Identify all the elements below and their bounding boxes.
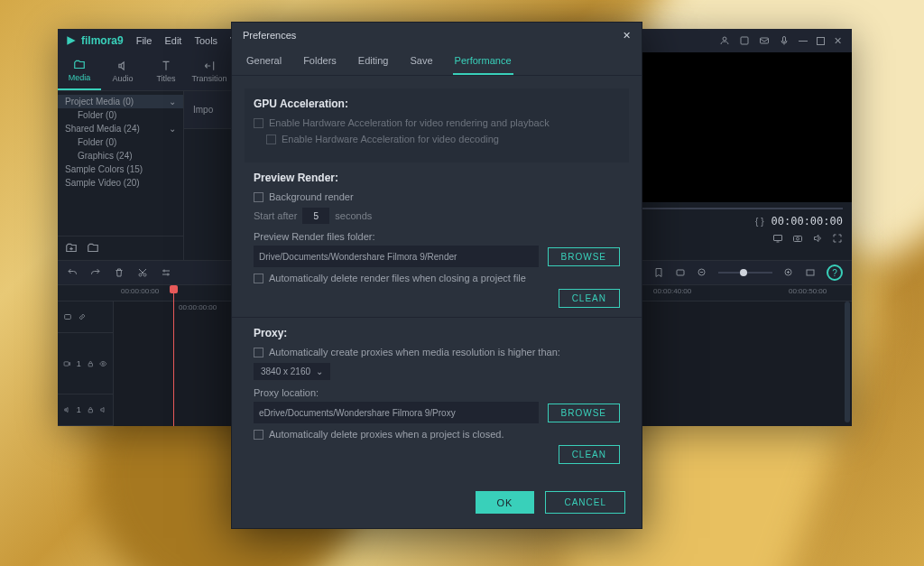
- mic-icon[interactable]: [779, 35, 790, 46]
- menu-file[interactable]: File: [136, 35, 152, 46]
- lock-icon[interactable]: [87, 405, 95, 414]
- proxy-location-input[interactable]: [254, 402, 539, 423]
- bg-render-label: Background render: [269, 191, 354, 202]
- svg-point-0: [723, 37, 726, 41]
- folder-icon[interactable]: [87, 242, 99, 255]
- close-icon[interactable]: ✕: [623, 30, 631, 42]
- tab-save[interactable]: Save: [408, 48, 434, 75]
- browse-proxy-button[interactable]: BROWSE: [548, 404, 620, 422]
- bg-render-row[interactable]: Background render: [254, 191, 620, 202]
- tree-project-media[interactable]: Project Media (0) ⌄: [58, 95, 183, 108]
- chevron-down-icon: ⌄: [169, 124, 176, 134]
- dialog-tabs: General Folders Editing Save Performance: [232, 48, 642, 76]
- tab-transition[interactable]: Transition: [188, 52, 231, 90]
- share-icon[interactable]: [739, 35, 750, 46]
- tab-transition-label: Transition: [191, 74, 226, 83]
- start-after-row: Start after seconds: [254, 208, 620, 224]
- help-button[interactable]: ?: [827, 264, 843, 281]
- gpu-decode-checkbox-row[interactable]: Enable Hardware Acceleration for video d…: [254, 134, 620, 144]
- auto-create-proxy-row[interactable]: Automatically create proxies when media …: [254, 347, 620, 357]
- track-headers: 1 1: [58, 302, 114, 426]
- mail-icon[interactable]: [759, 35, 770, 46]
- proxy-resolution-select[interactable]: 3840 x 2160 ⌄: [254, 363, 330, 380]
- svg-point-6: [797, 237, 799, 240]
- tree-folder-2[interactable]: Folder (0): [58, 135, 183, 149]
- checkbox-icon[interactable]: [254, 348, 263, 357]
- auto-delete-render-row[interactable]: Automatically delete render files when c…: [254, 273, 620, 283]
- delete-icon[interactable]: [114, 267, 125, 278]
- chevron-down-icon: ⌄: [169, 97, 176, 107]
- timeline-scrollbar[interactable]: [845, 302, 850, 422]
- gpu-decode-label: Enable Hardware Acceleration for video d…: [282, 134, 499, 144]
- checkbox-icon[interactable]: [254, 118, 263, 128]
- render-folder-input[interactable]: [254, 246, 539, 267]
- record-icon[interactable]: [675, 267, 686, 278]
- menu-edit[interactable]: Edit: [164, 35, 181, 46]
- clean-proxy-button[interactable]: CLEAN: [559, 445, 620, 464]
- svg-rect-13: [65, 314, 71, 319]
- checkbox-icon[interactable]: [254, 192, 263, 202]
- audio-track-header[interactable]: 1: [58, 394, 113, 426]
- chevron-down-icon: ⌄: [316, 367, 323, 376]
- svg-rect-4: [774, 236, 782, 241]
- playhead[interactable]: [173, 285, 174, 426]
- preview-panel: { } 00:00:00:00: [608, 52, 852, 260]
- tree-graphics[interactable]: Graphics (24): [58, 149, 183, 162]
- user-icon[interactable]: [719, 35, 730, 46]
- minimize-icon[interactable]: [799, 41, 808, 42]
- volume-icon[interactable]: [812, 233, 823, 244]
- maximize-icon[interactable]: [817, 37, 825, 45]
- menu-tools[interactable]: Tools: [194, 35, 217, 46]
- tree-item-label: Project Media (0): [65, 97, 134, 107]
- tree-sample-video[interactable]: Sample Video (20): [58, 176, 183, 190]
- zoom-in-icon[interactable]: [783, 267, 794, 278]
- zoom-slider[interactable]: [718, 272, 772, 274]
- tab-titles[interactable]: Titles: [144, 52, 188, 90]
- close-icon[interactable]: ✕: [834, 35, 845, 46]
- fullscreen-icon[interactable]: [832, 233, 843, 244]
- tab-media[interactable]: Media: [58, 52, 101, 90]
- preview-scrubber[interactable]: [618, 208, 843, 209]
- gpu-render-checkbox-row[interactable]: Enable Hardware Acceleration for video r…: [254, 117, 620, 128]
- tab-general[interactable]: General: [245, 48, 283, 75]
- fit-icon[interactable]: [805, 267, 816, 278]
- preview-viewport: [609, 52, 852, 202]
- tab-folders[interactable]: Folders: [301, 48, 338, 75]
- new-folder-icon[interactable]: [65, 242, 78, 255]
- undo-icon[interactable]: [67, 267, 78, 278]
- auto-delete-proxy-label: Automatically delete proxies when a proj…: [269, 429, 504, 440]
- checkbox-icon[interactable]: [254, 274, 263, 283]
- tree-item-label: Folder (0): [78, 110, 116, 120]
- screen-icon[interactable]: [772, 233, 783, 244]
- ok-button[interactable]: OK: [476, 491, 535, 514]
- ruler-mark: 00:00:00:00: [121, 287, 159, 295]
- marker-icon[interactable]: [653, 267, 664, 278]
- tree-shared-media[interactable]: Shared Media (24) ⌄: [58, 122, 183, 135]
- cancel-button[interactable]: CANCEL: [545, 491, 625, 514]
- camera-icon[interactable]: [792, 233, 803, 244]
- tree-folder[interactable]: Folder (0): [58, 108, 183, 122]
- track-link[interactable]: [58, 302, 113, 333]
- tab-audio[interactable]: Audio: [101, 52, 144, 90]
- speaker-icon[interactable]: [99, 405, 107, 414]
- eye-icon[interactable]: [99, 359, 107, 368]
- video-track-header[interactable]: 1: [58, 333, 113, 395]
- tab-performance[interactable]: Performance: [453, 48, 513, 75]
- cut-icon[interactable]: [137, 267, 148, 278]
- checkbox-icon[interactable]: [254, 430, 263, 440]
- auto-delete-proxy-row[interactable]: Automatically delete proxies when a proj…: [254, 429, 620, 440]
- tab-editing[interactable]: Editing: [356, 48, 391, 75]
- zoom-out-icon[interactable]: [697, 267, 707, 278]
- start-after-input[interactable]: [302, 208, 329, 224]
- checkbox-icon[interactable]: [266, 135, 276, 144]
- proxy-location-label: Proxy location:: [254, 387, 620, 398]
- redo-icon[interactable]: [90, 267, 101, 278]
- lock-icon[interactable]: [87, 359, 95, 368]
- browse-render-button[interactable]: BROWSE: [548, 247, 620, 266]
- clean-render-button[interactable]: CLEAN: [559, 289, 620, 308]
- svg-rect-2: [761, 38, 769, 43]
- tree-sample-colors[interactable]: Sample Colors (15): [58, 162, 183, 176]
- gpu-section-title: GPU Acceleration:: [254, 97, 620, 110]
- auto-delete-render-label: Automatically delete render files when c…: [269, 273, 526, 283]
- adjust-icon[interactable]: [161, 267, 171, 278]
